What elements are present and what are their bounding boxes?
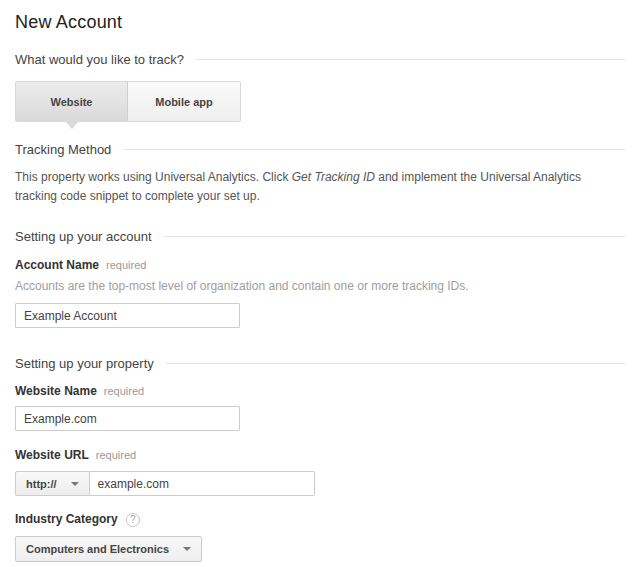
website-name-input[interactable] (15, 406, 240, 431)
chevron-down-icon (183, 547, 191, 551)
get-tracking-id-ref: Get Tracking ID (292, 170, 375, 184)
property-section-heading: Setting up your property (15, 356, 154, 371)
website-name-required-note: required (104, 385, 144, 397)
url-protocol-dropdown[interactable]: http:// (15, 471, 90, 496)
account-section-header: Setting up your account (15, 229, 625, 244)
property-section-header: Setting up your property (15, 356, 625, 371)
website-url-row: http:// (15, 471, 625, 496)
account-name-input[interactable] (15, 303, 240, 328)
account-section-heading: Setting up your account (15, 229, 152, 244)
website-url-required-note: required (96, 449, 136, 461)
website-name-label-row: Website Name required (15, 384, 625, 398)
industry-category-label-row: Industry Category ? (15, 512, 625, 527)
chevron-down-icon (71, 482, 79, 486)
account-name-label: Account Name (15, 258, 99, 272)
tab-mobile-app-label: Mobile app (155, 96, 212, 108)
section-divider (196, 59, 625, 60)
industry-category-label: Industry Category (15, 512, 118, 526)
tracking-method-description: This property works using Universal Anal… (15, 168, 625, 206)
website-url-input[interactable] (90, 471, 315, 496)
section-divider (123, 149, 625, 150)
url-protocol-value: http:// (26, 478, 57, 490)
industry-category-value: Computers and Electronics (26, 543, 169, 555)
tab-mobile-app[interactable]: Mobile app (128, 82, 240, 121)
tracking-method-header: Tracking Method (15, 142, 625, 157)
account-name-helper: Accounts are the top-most level of organ… (15, 279, 625, 293)
account-name-label-row: Account Name required (15, 258, 625, 272)
new-account-page: New Account What would you like to track… (0, 0, 640, 567)
account-name-required-note: required (106, 259, 146, 271)
section-divider (166, 363, 625, 364)
tab-website-label: Website (51, 96, 93, 108)
website-url-label: Website URL (15, 448, 89, 462)
industry-category-dropdown[interactable]: Computers and Electronics (15, 536, 202, 562)
track-section-heading: What would you like to track? (15, 52, 184, 67)
track-type-tabs: Website Mobile app (15, 81, 241, 122)
tab-website[interactable]: Website (16, 82, 128, 121)
page-title: New Account (15, 12, 625, 33)
section-divider (164, 236, 625, 237)
website-url-label-row: Website URL required (15, 448, 625, 462)
tracking-method-heading: Tracking Method (15, 142, 111, 157)
help-icon[interactable]: ? (126, 513, 140, 527)
tracking-method-desc-start: This property works using Universal Anal… (15, 170, 292, 184)
track-section-header: What would you like to track? (15, 52, 625, 67)
selected-tab-caret-icon (65, 121, 79, 129)
website-name-label: Website Name (15, 384, 97, 398)
